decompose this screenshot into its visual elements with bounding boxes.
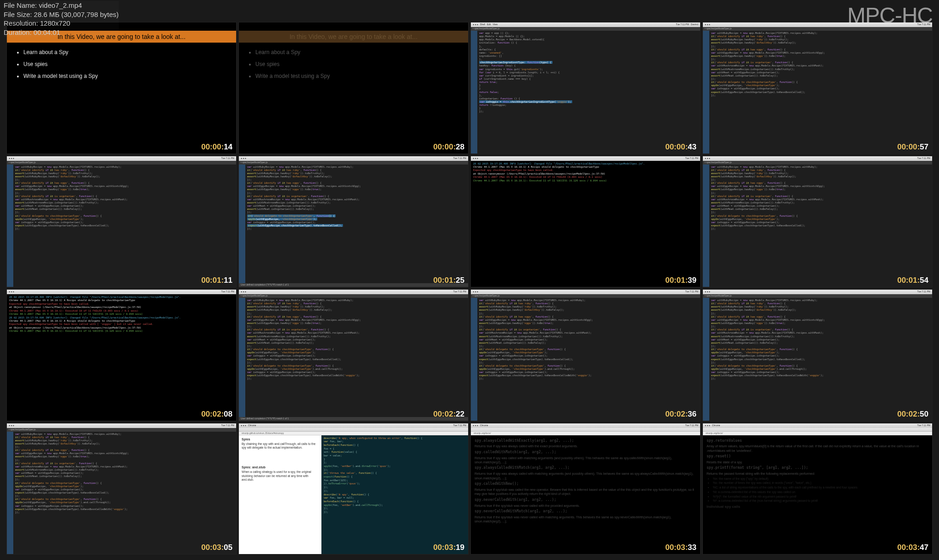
thumb-timestamp: 00:01:54 — [897, 276, 928, 285]
mac-menu-bar: ● ● ●Tue 7:11 PM — [703, 290, 932, 294]
mac-menu-bar: ● ● ●Tue 7:11 PM — [7, 423, 236, 428]
code-area: var withRubyRecipe = new app.Models.Reci… — [709, 298, 932, 421]
file-metadata: File Name: video7_2.mp4 File Size: 28.6 … — [4, 1, 119, 37]
thumb-timestamp: 00:00:28 — [433, 143, 464, 152]
thumb-timestamp: 00:00:14 — [201, 143, 232, 152]
thumb-cell[interactable]: ● ● ●Tue 7:11 PM • spec/recipeModelSpec.… — [238, 156, 469, 288]
code-area: var withRubyRecipe = new app.Models.Reci… — [13, 165, 236, 287]
intro-title: In this Video, we are going to take a lo… — [239, 31, 468, 43]
mac-menu-bar: ● ● ●Tue 7:11 PM — [239, 156, 468, 161]
thumb-cell[interactable]: ● ● ●ChromeTue 7:11 PM sinonjs.github.io… — [238, 423, 469, 555]
mac-menu-bar: ● ● ●ChromeTue 7:11 PM — [703, 423, 932, 428]
app-logo: MPC-HC — [847, 3, 933, 28]
browser-chrome — [703, 428, 932, 432]
line-gutter — [703, 31, 709, 154]
mac-menu-bar: ● ● ●Tue 7:11 PM — [471, 290, 700, 294]
thumb-cell[interactable]: In this Video, we are going to take a lo… — [238, 22, 469, 154]
code-area: var app = app || {};app.Models = app.Mod… — [477, 31, 700, 154]
thumb-cell[interactable]: ● ● ●Tue 7:11 PM • spec/recipeModelSpec.… — [702, 22, 933, 154]
thumb-cell[interactable]: ● ● ●Tue 7:11 PM 28 02 2015 19:17:28.408… — [470, 156, 701, 288]
thumb-cell[interactable]: ● ● ●Tue 7:11 PM • spec/recipeModelSpec.… — [6, 156, 237, 288]
thumb-timestamp: 00:02:08 — [201, 410, 232, 419]
thumb-cell[interactable]: ● ● ●Tue 7:11 PM 28 02 2015 19:17:28.408… — [6, 289, 237, 421]
thumb-timestamp: 00:03:47 — [897, 543, 928, 552]
line-gutter — [471, 31, 477, 154]
mac-menu-bar: ● ● ●Tue 7:11 PM — [7, 156, 236, 161]
url-bar[interactable]: sinonjs.org/docs/ — [471, 432, 700, 435]
editor-tab: • spec/recipeModelSpec.js — [703, 294, 932, 298]
thumb-cell[interactable]: ● ● ●Tue 7:11 PM • spec/recipeModelSpec.… — [470, 289, 701, 421]
thumb-cell[interactable]: In this Video, we are going to take a lo… — [6, 22, 237, 154]
editor-tab: • spec/recipeModelSpec.js — [239, 294, 468, 298]
thumb-cell[interactable]: ● ● ●Tue 7:11 PM • spec/recipeModelSpec.… — [702, 156, 933, 288]
mac-menu-bar: ● ● ●ChromeTue 7:11 PM — [471, 423, 700, 428]
thumb-timestamp: 00:02:36 — [665, 410, 696, 419]
terminal: 28 02 2015 19:17:28.408 INFO [watcher]: … — [7, 294, 236, 421]
editor-tab: • spec/recipeModelSpec.js — [7, 428, 236, 432]
doc-left-pane: Spies By chaining the spy with and.callT… — [239, 435, 321, 555]
thumb-timestamp: 00:01:39 — [665, 276, 696, 285]
thumb-cell[interactable]: ● ● ●Tue 7:11 PM • spec/recipeModelSpec.… — [238, 289, 469, 421]
thumb-timestamp: 00:02:22 — [433, 410, 464, 419]
terminal: 28 02 2015 19:17:28.408 INFO [watcher]: … — [471, 161, 700, 287]
intro-list: Learn about a Spy Use spies Write a mode… — [255, 49, 468, 79]
browser-chrome — [239, 428, 468, 432]
editor-tab: • spec/recipeModelSpec.js — [7, 161, 236, 165]
thumb-timestamp: 00:00:43 — [665, 143, 696, 152]
thumb-cell[interactable]: ● ● ●ChromeTue 7:11 PM sinonjs.org/docs/… — [470, 423, 701, 555]
code-area: var withRubyRecipe = new app.Models.Reci… — [13, 432, 236, 555]
intro-list: Learn about a Spy Use spies Write a mode… — [23, 49, 236, 79]
mac-menu-bar: ● ● ●Tue 7:11 PM — [7, 290, 236, 294]
editor-tab: • spec/recipeModelSpec.js — [471, 27, 700, 31]
editor-tab: • spec/recipeModelSpec.js — [239, 161, 468, 165]
thumb-cell[interactable]: ● ● ●Tue 7:11 PM • spec/recipeModelSpec.… — [702, 289, 933, 421]
mac-menu-bar: ● ● ●Tue 7:11 PM — [471, 156, 700, 161]
url-bar[interactable]: sinonjs.org/docs/ — [703, 432, 932, 435]
doc-pane: spy.alwaysCalledWithExactly(arg1, arg2, … — [471, 435, 700, 555]
thumb-timestamp: 00:03:05 — [201, 543, 232, 552]
thumb-timestamp: 00:03:19 — [433, 543, 464, 552]
doc-pane: spy.returnValuesArray of return values, … — [703, 435, 932, 555]
doc-code-pane: describe('A spy, when configured to thro… — [321, 435, 468, 555]
code-area: var withRubyRecipe = new app.Models.Reci… — [709, 165, 932, 287]
thumb-timestamp: 00:03:33 — [665, 543, 696, 552]
thumb-cell[interactable]: ● ● ●ShellEditView Tue 7:11 PMDavinci • … — [470, 22, 701, 154]
editor-tab: • spec/recipeModelSpec.js — [471, 294, 700, 298]
thumb-timestamp: 00:01:11 — [201, 276, 232, 285]
editor-tab: • spec/recipeModelSpec.js — [703, 161, 932, 165]
mac-menu-bar: ● ● ●Tue 7:11 PM — [703, 156, 932, 161]
thumb-cell[interactable]: ● ● ●Tue 7:11 PM • spec/recipeModelSpec.… — [6, 423, 237, 555]
code-area: var withRubyRecipe = new app.Models.Reci… — [709, 31, 932, 154]
code-area: var withRubyRecipe = new app.Models.Reci… — [245, 165, 468, 284]
browser-chrome — [471, 428, 700, 432]
thumbnail-grid: In this Video, we are going to take a lo… — [6, 22, 933, 555]
code-area: var withRubyRecipe = new app.Models.Reci… — [245, 298, 468, 417]
url-bar[interactable]: sinonjs.github.io/sinon.JS/docs/#sinonsp… — [239, 432, 468, 435]
mac-menu-bar: ● ● ●ChromeTue 7:11 PM — [239, 423, 468, 428]
mac-menu-bar: ● ● ●Tue 7:11 PM — [239, 290, 468, 294]
code-area: var withRubyRecipe = new app.Models.Reci… — [477, 298, 700, 421]
thumb-timestamp: 00:02:50 — [897, 410, 928, 419]
thumb-cell[interactable]: ● ● ●ChromeTue 7:11 PM sinonjs.org/docs/… — [702, 423, 933, 555]
thumb-timestamp: 00:00:57 — [897, 143, 928, 152]
mac-menu-bar: ● ● ●ShellEditView Tue 7:11 PMDavinci — [471, 22, 700, 27]
thumb-timestamp: 00:01:25 — [433, 276, 464, 285]
